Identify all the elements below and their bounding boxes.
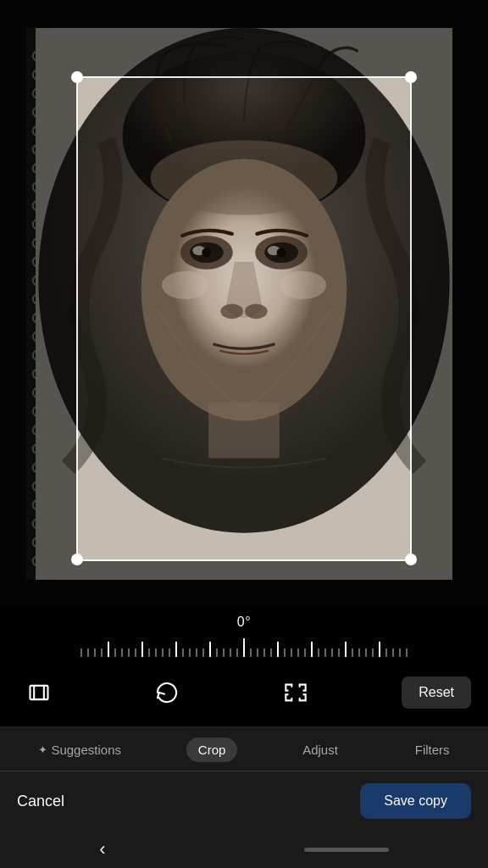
rotate-button[interactable] <box>145 670 189 715</box>
tab-suggestions-label: Suggestions <box>51 743 121 757</box>
aspect-ratio-button[interactable] <box>17 670 61 715</box>
tick <box>270 648 272 657</box>
save-copy-button[interactable]: Save copy <box>360 783 471 819</box>
tick <box>379 642 380 657</box>
crop-mask-right <box>412 76 488 561</box>
crop-handle-top-left[interactable] <box>71 71 83 83</box>
tick <box>277 642 279 657</box>
tab-bar: ✦ Suggestions Crop Adjust Filters <box>0 727 488 771</box>
tick <box>257 648 258 657</box>
tick <box>399 648 401 657</box>
tick <box>121 648 123 657</box>
tick <box>135 648 136 657</box>
svg-point-45 <box>245 304 267 320</box>
tick <box>304 648 306 657</box>
svg-rect-48 <box>208 402 280 458</box>
tick <box>80 648 82 657</box>
rotation-area: 0° <box>0 608 488 662</box>
tick <box>196 648 197 657</box>
tab-adjust-label: Adjust <box>302 743 338 757</box>
svg-point-47 <box>280 271 326 299</box>
tick <box>175 642 177 657</box>
crop-handle-bottom-left[interactable] <box>71 554 83 565</box>
tick <box>392 648 394 657</box>
tick <box>128 648 130 657</box>
tick <box>291 648 292 657</box>
tab-filters[interactable]: Filters <box>403 737 462 762</box>
tick <box>352 648 353 657</box>
svg-point-35 <box>151 140 338 214</box>
rotation-value: 0° <box>237 615 251 630</box>
tick <box>94 648 96 657</box>
tick <box>141 642 143 657</box>
tick <box>338 648 340 657</box>
tick <box>297 648 299 657</box>
home-indicator[interactable] <box>304 848 389 852</box>
back-button[interactable]: ‹ <box>99 838 105 860</box>
nav-bar: ‹ <box>0 831 488 868</box>
crop-handle-top-right[interactable] <box>405 71 417 83</box>
fullscreen-button[interactable] <box>274 670 318 715</box>
crop-mask-left <box>0 76 76 561</box>
tick <box>182 648 184 657</box>
ruler-ticks <box>0 635 488 659</box>
tick <box>406 648 408 657</box>
tick <box>331 648 333 657</box>
svg-point-46 <box>162 271 208 299</box>
tab-adjust[interactable]: Adjust <box>291 737 350 762</box>
tick <box>365 648 367 657</box>
rotation-ruler[interactable] <box>0 635 488 659</box>
tick <box>223 648 225 657</box>
tick <box>148 648 150 657</box>
action-bar: Cancel Save copy <box>0 771 488 831</box>
reset-button[interactable]: Reset <box>402 676 471 709</box>
tick <box>101 648 103 657</box>
tick <box>108 642 109 657</box>
tick <box>263 648 265 657</box>
tick <box>372 648 374 657</box>
tick <box>209 642 211 657</box>
svg-rect-49 <box>30 686 48 699</box>
tick <box>216 648 218 657</box>
tick-center <box>243 638 245 657</box>
crop-handle-bottom-right[interactable] <box>405 554 417 565</box>
tick <box>169 648 170 657</box>
tick <box>189 648 191 657</box>
image-area <box>0 0 488 608</box>
tick <box>162 648 164 657</box>
cancel-button[interactable]: Cancel <box>17 793 64 810</box>
tick <box>87 648 89 657</box>
sparkle-icon: ✦ <box>38 743 47 756</box>
tab-crop-label: Crop <box>198 743 226 757</box>
tick <box>324 648 326 657</box>
tick <box>155 648 157 657</box>
tick <box>236 648 238 657</box>
svg-point-43 <box>277 248 286 257</box>
tick <box>318 648 319 657</box>
tick <box>345 642 347 657</box>
crop-mask-top <box>0 0 488 76</box>
tick <box>358 648 360 657</box>
tab-filters-label: Filters <box>415 743 450 757</box>
tick <box>284 648 286 657</box>
tick <box>202 648 204 657</box>
svg-point-44 <box>220 304 242 320</box>
toolbar: Reset <box>0 662 488 727</box>
tick <box>385 648 387 657</box>
tab-suggestions[interactable]: ✦ Suggestions <box>26 737 133 762</box>
tick <box>311 642 313 657</box>
svg-point-42 <box>202 248 211 257</box>
tick <box>230 648 231 657</box>
tick <box>114 648 116 657</box>
tab-crop[interactable]: Crop <box>186 737 238 762</box>
tick <box>250 648 252 657</box>
crop-mask-bottom <box>0 561 488 608</box>
